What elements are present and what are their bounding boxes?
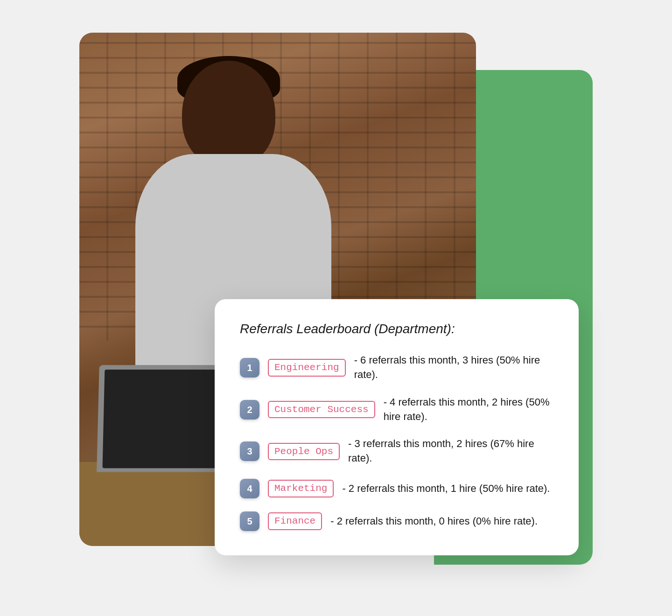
card-title: Referrals Leaderboard (Department): <box>240 322 553 336</box>
item-description: - 3 referrals this month, 2 hires (67% h… <box>348 437 553 466</box>
item-description: - 2 referrals this month, 1 hire (50% hi… <box>342 482 550 496</box>
leaderboard-list: 1Engineering - 6 referrals this month, 3… <box>240 353 553 531</box>
item-description: - 2 referrals this month, 0 hires (0% hi… <box>330 514 538 529</box>
rank-badge: 4 <box>240 479 259 498</box>
department-tag: Engineering <box>268 359 346 376</box>
rank-badge: 3 <box>240 441 259 461</box>
list-item: 5Finance - 2 referrals this month, 0 hir… <box>240 511 553 531</box>
department-tag: Marketing <box>268 480 334 497</box>
department-tag: Customer Success <box>268 401 375 418</box>
item-description: - 6 referrals this month, 3 hires (50% h… <box>354 353 553 382</box>
department-tag: Finance <box>268 512 322 530</box>
department-tag: People Ops <box>268 443 340 460</box>
scene-container: Referrals Leaderboard (Department): 1Eng… <box>79 33 593 583</box>
list-item: 4Marketing - 2 referrals this month, 1 h… <box>240 479 553 498</box>
list-item: 2Customer Success - 4 referrals this mon… <box>240 395 553 424</box>
list-item: 1Engineering - 6 referrals this month, 3… <box>240 353 553 382</box>
rank-badge: 5 <box>240 511 259 531</box>
item-description: - 4 referrals this month, 2 hires (50% h… <box>384 395 553 424</box>
rank-badge: 1 <box>240 358 259 378</box>
leaderboard-card: Referrals Leaderboard (Department): 1Eng… <box>215 299 579 555</box>
person-head <box>182 61 275 168</box>
rank-badge: 2 <box>240 400 259 420</box>
list-item: 3People Ops - 3 referrals this month, 2 … <box>240 437 553 466</box>
